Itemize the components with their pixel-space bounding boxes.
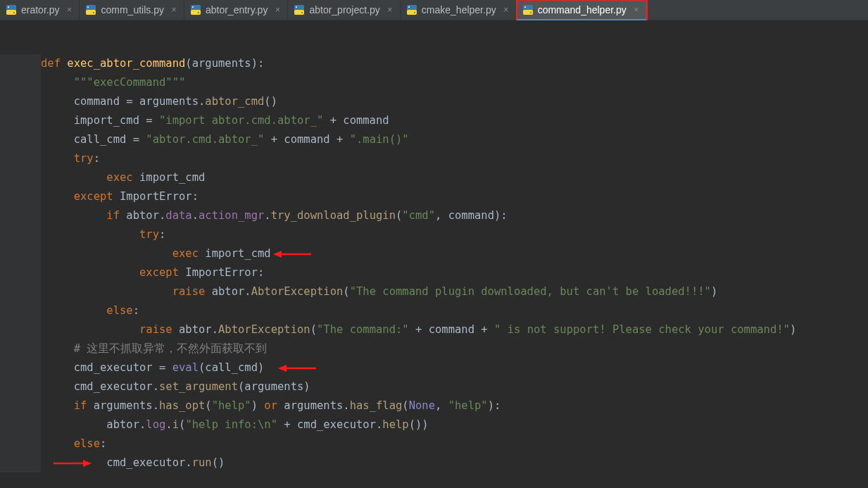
tab-label: abtor_entry.py [206, 4, 268, 15]
close-icon[interactable]: × [502, 6, 510, 14]
code-line: else: [41, 434, 868, 453]
code-line: if arguments.has_opt("help") or argument… [41, 396, 868, 415]
code-line: exec import_cmd [41, 168, 868, 187]
close-icon[interactable]: × [170, 6, 178, 14]
svg-point-22 [524, 6, 526, 8]
code-editor[interactable]: def exec_abtor_command(arguments): """ex… [0, 20, 868, 473]
svg-rect-21 [523, 10, 533, 15]
svg-point-11 [198, 12, 199, 13]
python-file-icon [406, 4, 417, 15]
tab-label: abtor_project.py [309, 4, 379, 15]
python-file-icon [190, 4, 201, 15]
code-line: cmd_executor.set_argument(arguments) [41, 377, 868, 396]
code-line: except ImportError: [41, 187, 868, 206]
code-line: try: [41, 149, 868, 168]
code-line: import_cmd = "import abtor.cmd.abtor_" +… [41, 111, 868, 130]
svg-rect-5 [86, 10, 96, 15]
close-icon[interactable]: × [65, 6, 73, 14]
svg-point-2 [8, 6, 9, 8]
code-line: if abtor.data.action_mgr.try_download_pl… [41, 206, 868, 225]
python-file-icon [522, 4, 534, 15]
svg-point-7 [93, 12, 94, 13]
svg-point-18 [408, 6, 410, 8]
close-icon[interactable]: × [273, 6, 282, 14]
close-icon[interactable]: × [632, 6, 641, 14]
code-line: cmd_executor = eval(call_cmd) [41, 358, 868, 377]
tab-comm_utils-py[interactable]: comm_utils.py× [80, 0, 184, 20]
code-line: def exec_abtor_command(arguments): [41, 54, 868, 73]
svg-rect-13 [294, 10, 304, 15]
tab-erator-py[interactable]: erator.py× [0, 0, 80, 20]
svg-rect-17 [407, 10, 417, 15]
close-icon[interactable]: × [386, 6, 394, 14]
svg-point-10 [192, 6, 194, 8]
code-line: command = arguments.abtor_cmd() [41, 92, 868, 111]
svg-rect-9 [191, 10, 201, 15]
svg-point-6 [87, 6, 89, 8]
code-line: call_cmd = "abtor.cmd.abtor_" + command … [41, 130, 868, 149]
svg-point-14 [296, 6, 297, 8]
code-line: """execCommand""" [41, 73, 868, 92]
svg-point-3 [13, 12, 15, 13]
python-file-icon [85, 4, 96, 15]
python-file-icon [294, 4, 305, 15]
code-line: raise abtor.AbtorException("The command … [41, 282, 868, 301]
tab-cmake_helper-py[interactable]: cmake_helper.py× [401, 0, 517, 20]
tab-label: command_helper.py [538, 4, 627, 15]
editor-gutter [0, 54, 41, 473]
code-line: raise abtor.AbtorException("The command:… [41, 320, 868, 339]
code-line: except ImportError: [41, 263, 868, 282]
code-line: try: [41, 225, 868, 244]
code-line: else: [41, 301, 868, 320]
tab-abtor_project-py[interactable]: abtor_project.py× [288, 0, 400, 20]
code-line: # 这里不抓取异常，不然外面获取不到 [41, 339, 868, 358]
tab-label: cmake_helper.py [422, 4, 496, 15]
tab-label: comm_utils.py [101, 4, 163, 15]
python-file-icon [6, 4, 17, 15]
tab-command_helper-py[interactable]: command_helper.py× [517, 0, 647, 20]
code-area[interactable]: def exec_abtor_command(arguments): """ex… [41, 54, 868, 473]
tab-abtor_entry-py[interactable]: abtor_entry.py× [184, 0, 288, 20]
svg-point-23 [530, 12, 532, 13]
svg-rect-1 [6, 10, 16, 15]
tab-bar: erator.py× comm_utils.py× abtor_entry.py… [0, 0, 868, 20]
svg-point-19 [414, 12, 415, 13]
code-line: cmd_executor.run() [41, 453, 868, 473]
code-line: abtor.log.i("help info:\n" + cmd_executo… [41, 415, 868, 434]
svg-point-15 [301, 12, 303, 13]
code-line: exec import_cmd [41, 244, 868, 263]
tab-label: erator.py [21, 4, 59, 15]
